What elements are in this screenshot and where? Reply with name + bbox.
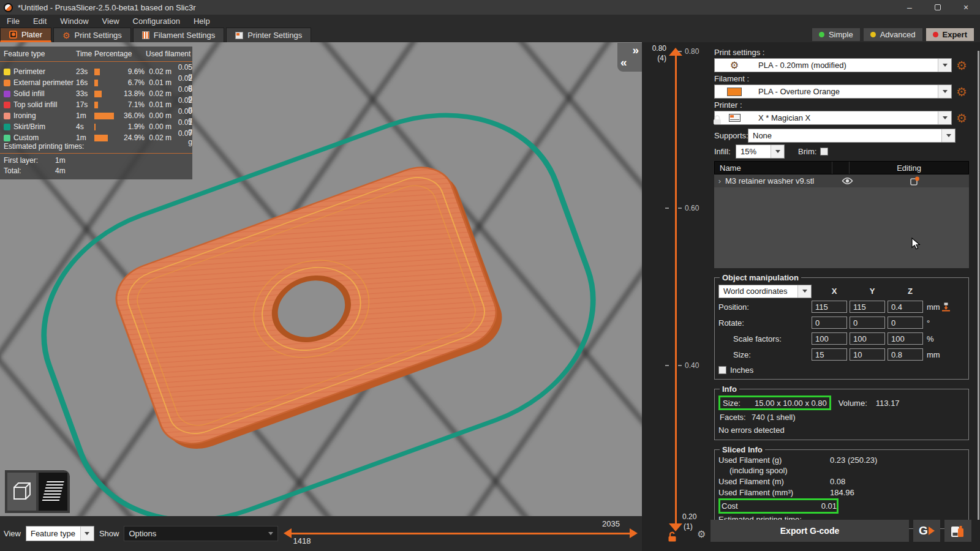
mode-expert-button[interactable]: Expert	[926, 28, 974, 41]
coordinates-select[interactable]: World coordinates	[718, 285, 812, 298]
brim-checkbox[interactable]	[820, 148, 828, 156]
menu-bar: File Edit Window View Configuration Help	[0, 15, 980, 28]
menu-help[interactable]: Help	[187, 15, 217, 28]
sidebar-scrollbar[interactable]	[978, 51, 979, 520]
infill-select[interactable]: 15%	[736, 144, 785, 159]
3d-viewport[interactable]: Feature type Time Percentage Used filame…	[0, 42, 642, 551]
position-y-input[interactable]	[850, 301, 885, 313]
object-list-header: Name Editing	[714, 161, 969, 174]
menu-edit[interactable]: Edit	[26, 15, 53, 28]
layers-view-button[interactable]	[39, 473, 67, 511]
layer-slider-track[interactable]	[675, 56, 677, 523]
scale-row: Scale factors: %	[718, 331, 965, 347]
menu-view[interactable]: View	[96, 15, 126, 28]
title-bar: *Untitled - PrusaSlicer-2.5.0-beta1 base…	[0, 0, 980, 15]
cost-value: 0.01	[821, 501, 837, 511]
custom-swatch	[4, 135, 10, 141]
close-button[interactable]: ×	[952, 0, 980, 15]
menu-configuration[interactable]: Configuration	[126, 15, 187, 28]
total-time-row: Total: 4m	[0, 165, 192, 176]
mode-simple-label: Simple	[829, 30, 853, 39]
chevron-down-icon	[264, 527, 277, 541]
visibility-toggle[interactable]	[834, 177, 860, 185]
layer-top-count: (4)	[644, 54, 666, 62]
slider-settings-gear-icon[interactable]: ⚙	[697, 528, 706, 540]
rotate-x-input[interactable]	[812, 317, 847, 329]
chevron-down-icon	[938, 85, 951, 98]
ironing-swatch	[4, 113, 10, 119]
legend-row-perimeter: Perimeter 23s 9.6% 0.02 m 0.05 g	[0, 63, 192, 74]
menu-window[interactable]: Window	[53, 15, 95, 28]
menu-file[interactable]: File	[0, 15, 26, 28]
inches-checkbox[interactable]	[718, 366, 726, 374]
edit-state-icon	[910, 176, 920, 186]
advanced-dot-icon	[870, 32, 876, 37]
object-list-empty-area[interactable]	[714, 187, 969, 268]
edit-printer-button[interactable]: ⚙	[954, 111, 969, 125]
filament-preset-select[interactable]: PLA - Overture Orange	[714, 84, 952, 99]
slider-right-handle[interactable]	[630, 528, 638, 538]
plater-icon	[9, 31, 17, 39]
view-mode-switcher	[5, 470, 70, 513]
3d-view-button[interactable]	[7, 473, 36, 511]
collapse-sidebar-button[interactable]: » «	[617, 43, 642, 72]
move-range-slider[interactable]: 1418 2035	[283, 516, 638, 551]
position-x-input[interactable]	[812, 301, 847, 313]
object-manipulation-title: Object manipulation	[720, 273, 801, 282]
object-name: M3 retainer washer v9.stl	[725, 176, 834, 186]
scale-x-input[interactable]	[812, 332, 847, 345]
tab-print-settings[interactable]: ⚙ Print Settings	[53, 28, 131, 42]
tab-plater[interactable]: Plater	[0, 28, 51, 42]
scale-z-input[interactable]	[888, 332, 923, 345]
solid-infill-bar	[94, 91, 102, 97]
external-perimeter-swatch	[4, 80, 10, 86]
export-gcode-button[interactable]: Export G-code	[710, 520, 909, 542]
tab-bar: Plater ⚙ Print Settings Filament Setting…	[0, 28, 980, 42]
slider-track[interactable]	[292, 533, 630, 534]
size-y-input[interactable]	[850, 348, 885, 361]
print-settings-preset-select[interactable]: ⚙ PLA - 0.20mm (modified)	[714, 58, 952, 72]
tab-printer-settings[interactable]: Printer Settings	[226, 28, 311, 42]
supports-select[interactable]: None	[748, 129, 956, 143]
prusaslicer-window: *Untitled - PrusaSlicer-2.5.0-beta1 base…	[0, 0, 980, 551]
washer-object[interactable]	[108, 156, 511, 460]
printer-preset-select[interactable]: X * Magician X	[714, 111, 952, 125]
tab-filament-settings[interactable]: Filament Settings	[133, 28, 224, 42]
slider-left-handle[interactable]	[284, 528, 292, 538]
tick-080: 0.80	[685, 47, 699, 56]
external-perimeter-bar	[94, 80, 98, 86]
eye-icon	[842, 177, 853, 185]
edit-print-settings-button[interactable]: ⚙	[954, 59, 969, 72]
used-filament-m-value: 0.08	[830, 477, 845, 486]
mode-simple-button[interactable]: Simple	[812, 28, 860, 41]
size-z-input[interactable]	[888, 348, 923, 361]
size-x-input[interactable]	[812, 348, 847, 361]
scale-y-input[interactable]	[850, 332, 885, 345]
export-to-usb-button[interactable]	[944, 520, 971, 542]
minimize-button[interactable]: –	[895, 0, 924, 15]
view-type-select[interactable]: Feature type	[26, 526, 94, 541]
position-z-input[interactable]	[888, 301, 923, 313]
including-spool-label: (including spool)	[718, 466, 830, 475]
drop-to-bed-icon[interactable]	[941, 302, 951, 312]
tab-printer-settings-label: Printer Settings	[247, 31, 302, 40]
perimeter-bar	[94, 69, 100, 75]
object-manipulation-panel: Object manipulation World coordinates X …	[714, 273, 969, 380]
used-filament-g-value: 0.23 (250.23)	[830, 455, 877, 465]
object-row[interactable]: › M3 retainer washer v9.stl	[714, 174, 969, 187]
chevron-down-icon	[938, 111, 951, 124]
rotate-y-input[interactable]	[850, 317, 885, 329]
maximize-button[interactable]	[924, 0, 952, 15]
gcode-viewer-button[interactable]: G	[913, 520, 940, 542]
mode-advanced-button[interactable]: Advanced	[864, 28, 922, 41]
chevron-down-icon	[941, 129, 955, 142]
uniform-scale-lock-icon[interactable]	[713, 114, 722, 125]
rotate-z-input[interactable]	[888, 317, 923, 329]
volume-label: Volume:	[839, 399, 867, 408]
editing-toggle[interactable]	[860, 176, 969, 186]
axis-y-header: Y	[853, 287, 891, 296]
show-options-select[interactable]: Options	[124, 526, 278, 541]
unlock-icon[interactable]	[668, 531, 677, 542]
expand-chevron-icon[interactable]: ›	[714, 176, 725, 186]
edit-filament-button[interactable]: ⚙	[954, 85, 969, 99]
